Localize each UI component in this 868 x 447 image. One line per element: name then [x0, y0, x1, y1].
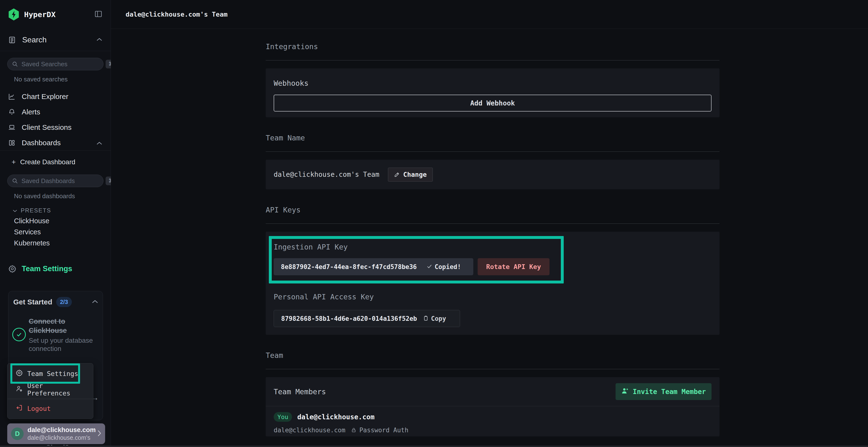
laptop-icon: [8, 124, 16, 131]
member-auth-method: Password Auth: [359, 426, 408, 434]
sidebar-item-label: Dashboards: [22, 139, 90, 147]
get-started-step-connect[interactable]: Connect to ClickHouse Set up your databa…: [12, 317, 98, 353]
sidebar-collapse-icon[interactable]: [94, 10, 102, 19]
api-keys-card: Ingestion API Key 8e887902-4ed7-44ea-8fe…: [266, 232, 719, 335]
add-webhook-button[interactable]: Add Webhook: [274, 95, 712, 111]
grid-icon: [8, 139, 16, 146]
personal-key-label: Personal API Access Key: [274, 293, 712, 301]
step-subtitle: Set up your database connection: [29, 337, 94, 353]
gear-icon: [8, 265, 17, 273]
sidebar-item-alerts[interactable]: Alerts: [0, 104, 111, 120]
plus-icon: +: [11, 158, 16, 166]
check-icon: [427, 264, 432, 270]
saved-searches-field[interactable]: [22, 61, 102, 68]
sidebar-item-label: Alerts: [22, 108, 102, 116]
menu-item-user-preferences[interactable]: User Preferences: [7, 381, 93, 398]
you-badge: You: [274, 412, 292, 422]
settings-content: Integrations Webhooks Add Webhook Team N…: [266, 29, 719, 437]
copied-label: Copied!: [435, 263, 461, 271]
ingestion-key-chip[interactable]: 8e887902-4ed7-44ea-8fec-f47cd578be36 Cop…: [274, 258, 473, 275]
logout-icon: [16, 404, 23, 413]
user-name: dale@clickhouse.com: [28, 426, 97, 434]
invite-team-member-button[interactable]: Invite Team Member: [616, 383, 712, 400]
invite-label: Invite Team Member: [633, 388, 706, 396]
lock-icon: [351, 427, 356, 433]
user-gear-icon: [16, 385, 23, 394]
check-circle-icon: [12, 328, 26, 341]
team-members-card: Team Members Invite Team Member You dale…: [266, 377, 719, 437]
search-section-label: Search: [22, 35, 90, 44]
no-saved-dashboards-note: No saved dashboards: [0, 193, 111, 200]
sidebar-item-label: Client Sessions: [22, 123, 102, 132]
page-title: dale@clickhouse.com's Team: [126, 10, 227, 18]
copy-action[interactable]: Copy: [423, 315, 446, 322]
gear-icon: [16, 369, 23, 378]
team-member-row: You dale@clickhouse.com dale@clickhouse.…: [266, 406, 719, 440]
logo-row: HyperDX: [0, 0, 111, 29]
sidebar-section-dashboards[interactable]: Dashboards: [0, 135, 111, 150]
divider: [266, 151, 719, 152]
divider: [266, 60, 719, 61]
presets-toggle[interactable]: PRESETS: [0, 206, 111, 215]
copied-status: Copied!: [427, 263, 461, 271]
sidebar: HyperDX Search ⌘K No saved search: [0, 0, 111, 447]
chevron-down-icon: [12, 207, 18, 214]
saved-dashboards-field[interactable]: [22, 177, 102, 185]
personal-key-value: 87982668-58b1-4d6e-a620-014a136f52eb: [281, 315, 417, 322]
line-chart-icon: [8, 93, 16, 100]
page-header: dale@clickhouse.com's Team: [111, 0, 868, 29]
sidebar-item-team-settings[interactable]: Team Settings: [0, 262, 111, 276]
preset-kubernetes[interactable]: Kubernetes: [0, 238, 111, 248]
chevron-up-icon: [96, 139, 102, 147]
main-area: dale@clickhouse.com's Team Integrations …: [111, 0, 868, 447]
get-started-title: Get Started: [13, 298, 52, 306]
menu-divider: [7, 399, 93, 399]
copy-label: Copy: [431, 315, 446, 322]
personal-key-chip[interactable]: 87982668-58b1-4d6e-a620-014a136f52eb Cop…: [274, 310, 460, 327]
user-team-subtitle: dale@clickhouse.com's: [28, 434, 97, 441]
saved-searches-input[interactable]: ⌘K: [7, 58, 103, 70]
team-members-header: Team Members Invite Team Member: [266, 377, 719, 406]
rotate-api-key-button[interactable]: Rotate API Key: [478, 258, 550, 275]
member-email: dale@clickhouse.com: [274, 426, 345, 434]
account-popup-menu: Team Settings User Preferences Logout: [7, 363, 93, 419]
sidebar-item-client-sessions[interactable]: Client Sessions: [0, 120, 111, 135]
preset-services[interactable]: Services: [0, 227, 111, 238]
search-section-header[interactable]: Search: [0, 29, 111, 51]
chevron-up-icon[interactable]: [92, 300, 98, 305]
progress-badge: 2/3: [56, 297, 72, 307]
menu-item-label: Logout: [27, 405, 51, 412]
webhooks-title: Webhooks: [274, 79, 712, 88]
sidebar-item-chart-explorer[interactable]: Chart Explorer: [0, 89, 111, 104]
presets-label: PRESETS: [21, 207, 51, 214]
team-name-card: dale@clickhouse.com's Team Change: [266, 160, 719, 189]
change-label: Change: [403, 171, 427, 178]
divider: [266, 224, 719, 224]
member-name: dale@clickhouse.com: [297, 413, 374, 421]
bell-icon: [8, 108, 16, 115]
sidebar-nav: Chart Explorer Alerts Client Sessions: [0, 89, 111, 150]
menu-item-logout[interactable]: Logout: [7, 401, 93, 416]
search-icon: [12, 61, 18, 67]
get-started-header[interactable]: Get Started 2/3: [12, 297, 98, 307]
bottom-partial-element: [0, 446, 868, 447]
menu-item-label: Team Settings: [27, 370, 78, 377]
saved-dashboards-input[interactable]: ⌘K: [7, 175, 103, 187]
change-team-name-button[interactable]: Change: [388, 168, 433, 182]
user-account-chip[interactable]: D dale@clickhouse.com dale@clickhouse.co…: [7, 423, 105, 444]
team-name-value: dale@clickhouse.com's Team: [274, 171, 379, 178]
menu-item-team-settings[interactable]: Team Settings: [7, 366, 93, 381]
chevron-up-icon: [96, 38, 102, 42]
team-settings-label: Team Settings: [22, 265, 72, 273]
create-dashboard-label: Create Dashboard: [20, 158, 75, 166]
user-plus-icon: [621, 387, 629, 397]
clipboard-icon: [423, 315, 429, 322]
preset-clickhouse[interactable]: ClickHouse: [0, 215, 111, 227]
ingestion-key-label: Ingestion API Key: [274, 243, 712, 251]
team-section-title: Team: [266, 351, 719, 360]
avatar: D: [11, 427, 24, 440]
create-dashboard-button[interactable]: + Create Dashboard: [0, 156, 111, 168]
pencil-icon: [394, 172, 400, 177]
step-title: Connect to ClickHouse: [29, 317, 94, 335]
ingestion-key-value: 8e887902-4ed7-44ea-8fec-f47cd578be36: [281, 263, 417, 271]
